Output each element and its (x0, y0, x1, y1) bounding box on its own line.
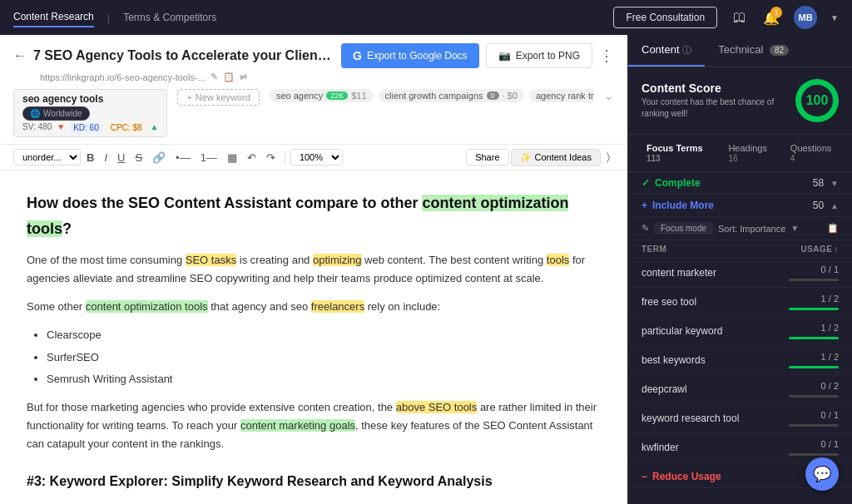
col-term: TERM (641, 245, 800, 254)
focus-mode-button[interactable]: Focus mode (654, 222, 713, 235)
include-section-bar: + Include More 50 ▲ (628, 195, 852, 217)
doc-header: ← 7 SEO Agency Tools to Accelerate your … (0, 35, 627, 145)
share-button[interactable]: Share (466, 149, 508, 166)
table-button[interactable]: ▦ (223, 149, 241, 166)
content-para-4: The Keyword Explorer provides the accura… (27, 501, 601, 504)
content-heading-2: #3: Keyword Explorer: Simplify Keyword R… (27, 470, 601, 492)
edit-icon[interactable]: ✎ (211, 72, 218, 82)
content-para-3: But for those marketing agencies who pro… (27, 398, 601, 453)
nav-tab-terms-competitors[interactable]: Terms & Competitors (123, 8, 216, 27)
strikethrough-button[interactable]: S (131, 149, 146, 166)
tab-content[interactable]: Content ⓘ (628, 35, 705, 67)
list-item: SurferSEO (47, 348, 601, 367)
avatar-chevron[interactable]: ▼ (830, 13, 839, 22)
keyword-pill[interactable]: seo agency 22K $11 (270, 89, 374, 102)
main-layout: ← 7 SEO Agency Tools to Accelerate your … (0, 35, 852, 504)
export-png-button[interactable]: 📷 Export to PNG (486, 43, 592, 68)
headings-tab[interactable]: Headings 16 (723, 141, 778, 165)
new-keyword-input[interactable]: + New keyword (177, 89, 259, 106)
sort-chevron[interactable]: ▼ (790, 224, 799, 233)
list-type-select[interactable]: unorder... (13, 149, 81, 166)
info-icon: ⓘ (682, 45, 691, 55)
include-count: 50 (813, 200, 824, 211)
list-item: Clearscope (47, 326, 601, 344)
expand-toolbar-button[interactable]: 〉 (602, 148, 614, 166)
redo-button[interactable]: ↷ (262, 149, 280, 166)
google-icon: G (353, 49, 362, 62)
link-button[interactable]: 🔗 (148, 149, 170, 166)
complete-section-bar: ✓ Complete 58 ▼ (628, 172, 852, 195)
back-button[interactable]: ← (13, 48, 27, 63)
complete-label[interactable]: ✓ Complete (641, 177, 701, 189)
panel-tabs: Content ⓘ Technical 82 (628, 35, 852, 67)
keyword-pills: seo agency 22K $11 client growth campaig… (270, 89, 594, 102)
content-para-1: One of the most time consuming SEO tasks… (27, 251, 601, 288)
terms-header: Focus Terms 113 Headings 16 Questions 4 (628, 135, 852, 172)
keyword-pill[interactable]: agency rank tracking 500 · $0 (529, 89, 594, 102)
export-google-docs-button[interactable]: G Export to Google Docs (341, 43, 479, 68)
term-row[interactable]: deepcrawl 0 / 2 (628, 375, 852, 404)
keyword-pill[interactable]: client growth campaigns 0 · $0 (379, 89, 524, 102)
copy-icon[interactable]: 📋 (223, 72, 235, 82)
top-nav: Content Research | Terms & Competitors F… (0, 0, 852, 35)
term-progress (789, 453, 839, 456)
nav-tab-content-research[interactable]: Content Research (13, 7, 94, 27)
include-label[interactable]: + Include More (641, 200, 714, 211)
focus-terms-tab[interactable]: Focus Terms 113 (641, 141, 716, 165)
notification-badge: 1 (770, 7, 782, 18)
doc-title: 7 SEO Agency Tools to Accelerate your Cl… (33, 48, 334, 63)
copy-icon[interactable]: 📋 (827, 223, 839, 234)
doc-content: How does the SEO Content Assistant compa… (0, 170, 627, 504)
term-progress (789, 424, 839, 427)
nav-divider: | (107, 12, 110, 24)
more-options-button[interactable]: ⋮ (599, 47, 614, 65)
term-row[interactable]: free seo tool 1 / 2 (628, 288, 852, 317)
sort-icon: ↕ (835, 245, 840, 254)
avatar[interactable]: MB (794, 6, 817, 29)
book-icon[interactable]: 🕮 (731, 8, 749, 27)
term-row[interactable]: best keywords 1 / 2 (628, 346, 852, 375)
term-progress (789, 395, 839, 398)
score-section: Content Score Your content has the best … (628, 67, 852, 135)
term-row[interactable]: keyword research tool 0 / 1 (628, 404, 852, 433)
term-progress (789, 308, 839, 310)
complete-count: 58 (813, 177, 824, 189)
cpc-up-icon: ▲ (151, 122, 159, 133)
bulb-icon: ✨ (520, 152, 532, 163)
include-chevron[interactable]: ▲ (830, 201, 839, 210)
unordered-list-button[interactable]: •— (171, 149, 195, 166)
focus-mode-bar: ✎ Focus mode Sort: Importance ▼ 📋 (628, 217, 852, 240)
term-row[interactable]: content marketer 0 / 1 (628, 259, 852, 288)
format-bar: unorder... B I U S 🔗 •— 1— ▦ ↶ ↷ 100% Sh… (0, 145, 627, 170)
right-panel: Content ⓘ Technical 82 Content Score You… (627, 35, 852, 504)
chat-bubble[interactable]: 💬 (805, 457, 839, 491)
score-title: Content Score (641, 82, 785, 95)
sv-down-icon: ▼ (57, 122, 65, 133)
terms-table-header: TERM USAGE ↕ (628, 240, 852, 259)
expand-keywords-button[interactable]: ⌄ (604, 89, 614, 102)
sort-label: Sort: Importance (718, 224, 785, 234)
complete-chevron[interactable]: ▼ (830, 179, 839, 188)
bold-button[interactable]: B (82, 149, 98, 166)
tab-technical[interactable]: Technical 82 (705, 35, 802, 67)
minus-icon: − (641, 471, 647, 482)
undo-button[interactable]: ↶ (243, 149, 260, 166)
italic-button[interactable]: I (100, 149, 111, 166)
underline-button[interactable]: U (113, 149, 129, 166)
bell-icon[interactable]: 🔔 1 (762, 8, 780, 27)
share-icon[interactable]: ⇌ (240, 72, 247, 82)
consultation-button[interactable]: Free Consultation (613, 7, 717, 28)
reduce-label[interactable]: − Reduce Usage (641, 471, 721, 482)
list-item: Semrush Writing Assistant (47, 370, 601, 388)
questions-tab[interactable]: Questions 4 (785, 141, 839, 165)
zoom-select[interactable]: 100% (290, 149, 343, 166)
plus-icon: + (641, 200, 647, 211)
term-row[interactable]: particular keyword 1 / 2 (628, 317, 852, 346)
content-ideas-button[interactable]: ✨ Content Ideas (511, 149, 602, 166)
export-buttons: G Export to Google Docs 📷 Export to PNG … (341, 43, 614, 68)
left-panel: ← 7 SEO Agency Tools to Accelerate your … (0, 35, 627, 504)
ordered-list-button[interactable]: 1— (196, 149, 221, 166)
col-usage: USAGE ↕ (800, 245, 839, 254)
term-progress (789, 337, 839, 339)
location-pill[interactable]: 🌐 Worldwide (22, 106, 90, 121)
